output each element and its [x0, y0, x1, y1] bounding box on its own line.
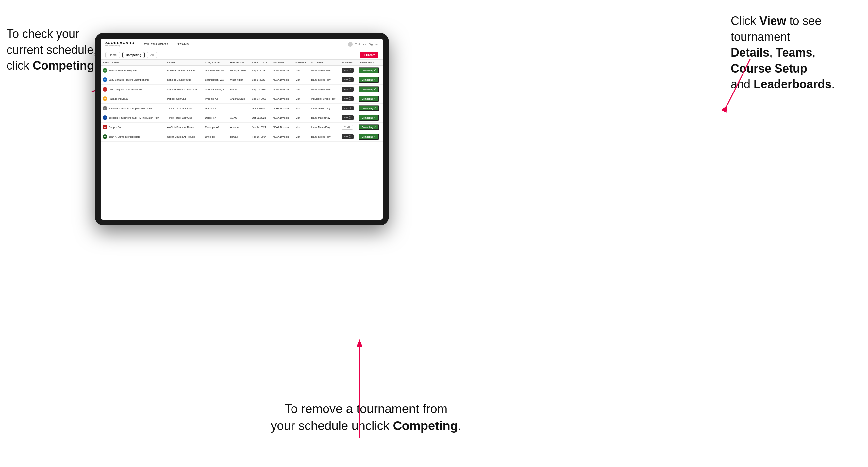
table-row: FFolds of Honor CollegiateAmerican Dunes… — [101, 66, 383, 75]
competing-badge[interactable]: Competing ✓ — [359, 105, 379, 111]
cell-city-state: Grand Haven, MI — [203, 66, 228, 75]
competing-badge[interactable]: Competing ✓ — [359, 115, 379, 121]
cell-hosted-by: Hawaii — [228, 132, 250, 142]
cell-gender: Men — [294, 66, 309, 75]
event-name-text: Folds of Honor Collegiate — [109, 69, 136, 72]
col-hosted-by: HOSTED BY — [228, 60, 250, 66]
team-logo: J — [103, 115, 107, 120]
team-logo: W — [103, 77, 107, 82]
competing-badge[interactable]: Competing ✓ — [359, 77, 379, 83]
cell-start-date: Sep 9, 2023 — [250, 75, 271, 85]
edit-button[interactable]: ✏ Edit — [342, 125, 353, 130]
cell-scoring: team, Stroke Play — [309, 103, 339, 113]
cell-competing: Competing ✓ — [356, 123, 383, 132]
cell-competing: Competing ✓ — [356, 85, 383, 94]
brand-title: SCOREBOARD — [105, 41, 134, 45]
cell-city-state: Dallas, TX — [203, 103, 228, 113]
cell-venue: Trinity Forest Golf Club — [165, 113, 203, 123]
cell-start-date: Sep 15, 2023 — [250, 85, 271, 94]
competing-badge[interactable]: Competing ✓ — [359, 96, 379, 102]
cell-action: View ⓘ — [340, 113, 357, 123]
cell-division: NCAA Division I — [271, 113, 294, 123]
tab-competing[interactable]: Competing — [122, 52, 145, 58]
view-button[interactable]: View ⓘ — [342, 115, 353, 120]
event-name-text: Copper Cup — [109, 126, 122, 129]
cell-action: View ⓘ — [340, 103, 357, 113]
view-button[interactable]: View ⓘ — [342, 106, 353, 111]
signout-link[interactable]: Sign out — [369, 43, 378, 46]
cell-action: View ⓘ — [340, 85, 357, 94]
view-button[interactable]: View ⓘ — [342, 68, 353, 72]
cell-hosted-by — [228, 103, 250, 113]
cell-event-name: PPapago Individual — [101, 94, 165, 103]
event-name-text: Jackson T. Stephens Cup – Stroke Play — [109, 107, 152, 110]
cell-hosted-by: Washington — [228, 75, 250, 85]
cell-event-name: IOFCC Fighting Illini Invitational — [101, 85, 165, 94]
view-button[interactable]: View ⓘ — [342, 134, 353, 139]
table-row: JJackson T. Stephens Cup – Stroke PlayTr… — [101, 103, 383, 113]
tournaments-table: EVENT NAME VENUE CITY, STATE HOSTED BY S… — [101, 60, 383, 142]
competing-badge[interactable]: Competing ✓ — [359, 124, 379, 130]
cell-division: NCAA Division I — [271, 123, 294, 132]
cell-action: View ⓘ — [340, 66, 357, 75]
view-button[interactable]: View ⓘ — [342, 77, 353, 82]
cell-city-state: Lihue, HI — [203, 132, 228, 142]
table-row: HJohn A. Burns IntercollegiateOcean Cour… — [101, 132, 383, 142]
cell-hosted-by: Illinois — [228, 85, 250, 94]
team-logo: P — [103, 96, 107, 101]
table-row: JJackson T. Stephens Cup – Men's Match P… — [101, 113, 383, 123]
table-container: EVENT NAME VENUE CITY, STATE HOSTED BY S… — [101, 60, 383, 220]
view-button[interactable]: View ⓘ — [342, 87, 353, 92]
cell-gender: Men — [294, 75, 309, 85]
cell-venue: Ak-Chin Southern Dunes — [165, 123, 203, 132]
user-avatar — [348, 42, 352, 47]
cell-venue: Sahalee Country Club — [165, 75, 203, 85]
cell-action: ✏ Edit — [340, 123, 357, 132]
cell-division: NCAA Division I — [271, 132, 294, 142]
cell-hosted-by: Arizona State — [228, 94, 250, 103]
cell-scoring: team, Stroke Play — [309, 75, 339, 85]
cell-division: NCAA Division I — [271, 94, 294, 103]
cell-gender: Men — [294, 132, 309, 142]
cell-city-state: Maricopa, AZ — [203, 123, 228, 132]
scoreboard-brand: SCOREBOARD Powered by clipp — [105, 41, 134, 47]
view-button[interactable]: View ⓘ — [342, 96, 353, 101]
cell-division: NCAA Division I — [271, 75, 294, 85]
nav-teams[interactable]: TEAMS — [176, 42, 190, 47]
cell-competing: Competing ✓ — [356, 94, 383, 103]
cell-event-name: FFolds of Honor Collegiate — [101, 66, 165, 75]
col-competing: COMPETING — [356, 60, 383, 66]
competing-badge[interactable]: Competing ✓ — [359, 67, 379, 73]
cell-division: NCAA Division I — [271, 66, 294, 75]
team-logo: F — [103, 68, 107, 72]
cell-gender: Men — [294, 113, 309, 123]
competing-badge[interactable]: Competing ✓ — [359, 134, 379, 139]
cell-gender: Men — [294, 94, 309, 103]
table-row: W2023 Sahalee Players ChampionshipSahale… — [101, 75, 383, 85]
cell-start-date: Jan 14, 2024 — [250, 123, 271, 132]
cell-venue: American Dunes Golf Club — [165, 66, 203, 75]
create-button[interactable]: + Create — [360, 52, 378, 58]
cell-gender: Men — [294, 123, 309, 132]
tab-all[interactable]: All — [147, 52, 157, 58]
col-event-name: EVENT NAME — [101, 60, 165, 66]
col-city-state: CITY, STATE — [203, 60, 228, 66]
cell-competing: Competing ✓ — [356, 113, 383, 123]
nav-tournaments[interactable]: TOURNAMENTS — [142, 42, 170, 47]
cell-start-date: Oct 11, 2023 — [250, 113, 271, 123]
annotation-bottom: To remove a tournament from your schedul… — [268, 401, 464, 434]
cell-city-state: Dallas, TX — [203, 113, 228, 123]
cell-competing: Competing ✓ — [356, 103, 383, 113]
col-scoring: SCORING — [309, 60, 339, 66]
tab-home[interactable]: Home — [105, 52, 120, 58]
tablet: SCOREBOARD Powered by clipp TOURNAMENTS … — [95, 33, 389, 225]
cell-competing: Competing ✓ — [356, 66, 383, 75]
competing-badge[interactable]: Competing ✓ — [359, 86, 379, 92]
col-venue: VENUE — [165, 60, 203, 66]
cell-scoring: team, Match Play — [309, 123, 339, 132]
annotation-top-right: Click View to see tournament Details, Te… — [731, 13, 862, 92]
cell-venue: Olympia Fields Country Club — [165, 85, 203, 94]
header-right: Test User Sign out — [348, 42, 378, 47]
cell-scoring: individual, Stroke Play — [309, 94, 339, 103]
event-name-text: 2023 Sahalee Players Championship — [109, 79, 149, 82]
